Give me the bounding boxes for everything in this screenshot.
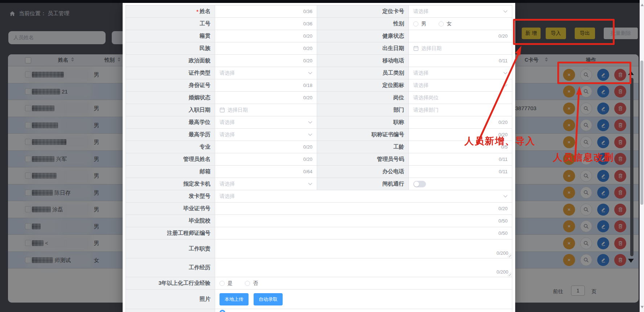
- field-text[interactable]: 0/50: [215, 227, 512, 240]
- field-label: [126, 309, 215, 312]
- radio-button[interactable]: [220, 281, 225, 286]
- field-text[interactable]: 0/20: [215, 55, 317, 67]
- char-counter: 0/50: [499, 218, 508, 224]
- field-date[interactable]: 选择日期: [409, 42, 512, 55]
- field-label: 毕业证书号: [126, 203, 215, 215]
- field-label: 政治面貌: [126, 55, 215, 67]
- field-label: 身份证号: [126, 79, 215, 92]
- field-select[interactable]: 请选择: [409, 67, 512, 79]
- modal-form-row: 政治面貌0/20移动电话0/11: [126, 55, 512, 67]
- char-counter: 0/11: [499, 157, 508, 162]
- employee-management-page: 当前位置： 员工管理 人员姓名 新 增 导入 导出 批量删除 姓名 性别 C卡号…: [0, 0, 644, 312]
- modal-form-row: 证件类型请选择员工类别请选择: [126, 67, 512, 79]
- field-label: 职称: [317, 116, 409, 129]
- local-upload-button[interactable]: 本地上传: [220, 293, 249, 305]
- chevron-down-icon: [503, 84, 508, 87]
- field-photo[interactable]: 本地上传自动录取: [215, 290, 512, 309]
- modal-form-row: 工作经历0/200: [126, 258, 512, 277]
- chevron-down-icon: [308, 72, 312, 74]
- field-radio[interactable]: 男女: [409, 18, 512, 30]
- field-text[interactable]: 0/20: [215, 42, 317, 55]
- field-text[interactable]: 0/20: [409, 116, 512, 129]
- field-label: 管理员姓名: [126, 153, 215, 166]
- field-textarea[interactable]: 0/200: [215, 258, 512, 277]
- modal-form-row: 发卡型号请选择: [126, 190, 512, 203]
- field-label: 最高学历: [126, 129, 215, 141]
- field-toggle[interactable]: [409, 178, 512, 190]
- field-select[interactable]: 请选择: [215, 178, 317, 190]
- modal-form-row: 3年以上化工行业经验是否: [126, 277, 512, 290]
- char-counter: 0/20: [303, 33, 312, 39]
- field-select[interactable]: 请选择: [215, 116, 317, 129]
- field-text[interactable]: 0/11: [409, 55, 512, 67]
- field-text[interactable]: 0/20: [215, 92, 317, 104]
- field-label: 3年以上化工行业经验: [126, 277, 215, 290]
- auto-capture-button[interactable]: 自动录取: [254, 293, 283, 305]
- modal-form-row: 指定发卡机请选择闸机通行: [126, 178, 512, 190]
- scrollbar-up-icon[interactable]: [641, 4, 644, 6]
- field-text[interactable]: 0/36: [215, 5, 317, 18]
- annotation-rect-actions: [557, 62, 631, 84]
- field-select[interactable]: 请选择: [409, 5, 512, 18]
- char-counter: 0/64: [303, 169, 312, 174]
- field-text[interactable]: 0/11: [409, 166, 512, 178]
- char-counter: 0/20: [303, 157, 312, 162]
- char-counter: 0/11: [499, 169, 508, 174]
- field-label: 移动电话: [317, 55, 409, 67]
- radio-button[interactable]: [439, 21, 444, 26]
- field-text[interactable]: 0/50: [215, 215, 512, 227]
- field-text[interactable]: [215, 309, 512, 312]
- modal-form-row: 工作职责0/200: [126, 240, 512, 258]
- field-text[interactable]: 0/64: [215, 166, 317, 178]
- field-select[interactable]: 请选择: [215, 190, 512, 203]
- field-text[interactable]: 0/20: [215, 153, 317, 166]
- modal-form-row: [126, 309, 512, 312]
- modal-form-row: 籍贯0/20健康状态0/20: [126, 30, 512, 42]
- field-label: 指定发卡机: [126, 178, 215, 190]
- field-text[interactable]: 请选择部门: [409, 104, 512, 116]
- char-counter: 0/20: [303, 58, 312, 63]
- chevron-down-icon: [503, 72, 508, 74]
- field-radio[interactable]: 是否: [215, 277, 512, 290]
- field-select[interactable]: 请选择: [215, 67, 317, 79]
- char-counter: 0/20: [499, 33, 508, 39]
- field-text[interactable]: 0/20: [409, 30, 512, 42]
- field-textarea[interactable]: 0/200: [215, 240, 512, 258]
- radio-selected-icon[interactable]: [220, 310, 225, 312]
- scrollbar-down-icon[interactable]: [641, 306, 644, 308]
- field-select[interactable]: 请选择: [409, 79, 512, 92]
- toggle-switch[interactable]: [413, 181, 426, 187]
- field-label: 邮箱: [126, 166, 215, 178]
- field-label: 工作职责: [126, 240, 215, 258]
- field-text[interactable]: 0/20: [215, 141, 317, 153]
- modal-form-row: 最高学历请选择职称证书编号0/20: [126, 129, 512, 141]
- field-text[interactable]: 0/20: [215, 30, 317, 42]
- field-text[interactable]: 请选择岗位: [409, 92, 512, 104]
- browser-scrollbar-thumb[interactable]: [640, 61, 643, 205]
- field-placeholder: 请选择: [220, 193, 235, 200]
- field-label: 工号: [126, 18, 215, 30]
- field-label: 出生日期: [317, 42, 409, 55]
- char-counter: 0/11: [499, 58, 508, 63]
- field-label: 闸机通行: [317, 178, 409, 190]
- field-label: 注册工程师证编号: [126, 227, 215, 240]
- radio-label: 是: [227, 280, 233, 287]
- field-select[interactable]: 请选择: [215, 129, 317, 141]
- field-text[interactable]: 0/20: [215, 203, 512, 215]
- modal-form-row: 照片本地上传自动录取: [126, 290, 512, 309]
- toggle-knob: [414, 182, 419, 187]
- radio-label: 女: [447, 21, 452, 27]
- field-label: 健康状态: [317, 30, 409, 42]
- char-counter: 0/20: [303, 95, 312, 100]
- radio-button[interactable]: [245, 281, 250, 286]
- chevron-down-icon: [308, 133, 312, 136]
- field-placeholder: 请选择: [220, 70, 235, 76]
- field-text[interactable]: 0/36: [215, 18, 317, 30]
- field-text[interactable]: 0/18: [215, 79, 317, 92]
- employee-form: *姓名0/36定位卡号请选择工号0/36性别男女籍贯0/20健康状态0/20民族…: [126, 5, 512, 312]
- char-counter: 0/36: [303, 21, 312, 26]
- field-text[interactable]: 0/11: [409, 153, 512, 166]
- field-date[interactable]: 选择日期: [215, 104, 317, 116]
- radio-button[interactable]: [413, 21, 418, 26]
- chevron-down-icon: [503, 195, 508, 197]
